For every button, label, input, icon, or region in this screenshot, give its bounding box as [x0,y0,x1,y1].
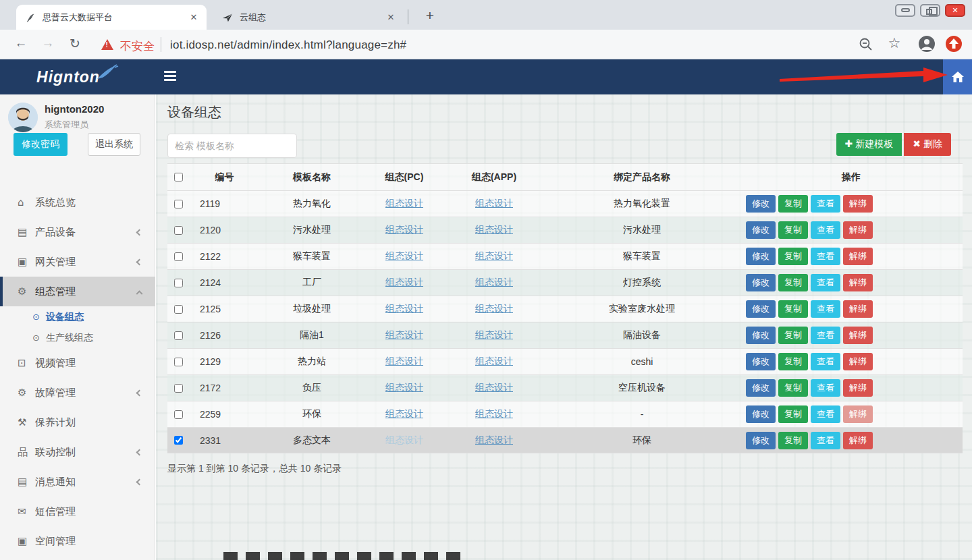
app-config-link[interactable]: 组态设计 [475,329,513,340]
new-template-button[interactable]: ✚新建模板 [836,133,902,156]
sidebar-item-0[interactable]: ⌂系统总览 [0,188,155,217]
sidebar-subitem-1[interactable]: ⊙生产线组态 [0,327,155,348]
pc-config-link[interactable]: 组态设计 [385,250,423,261]
menu-toggle-icon[interactable] [164,71,178,82]
sidebar-item-2[interactable]: ▣网关管理 [0,247,155,277]
edit-action-button[interactable]: 修改 [746,327,776,344]
edit-action-button[interactable]: 修改 [746,405,776,423]
tab-close-icon[interactable]: ✕ [385,12,397,22]
view-action-button[interactable]: 查看 [811,327,840,344]
reload-icon[interactable]: ↻ [66,36,84,51]
row-checkbox[interactable] [174,410,183,419]
app-config-link[interactable]: 组态设计 [475,408,513,419]
view-action-button[interactable]: 查看 [811,432,840,449]
unbind-action-button[interactable]: 解绑 [843,432,873,449]
delete-button[interactable]: ✖删除 [904,133,951,156]
url-text[interactable]: iot.idosp.net/admin/index.html?language=… [170,38,406,52]
search-input[interactable] [167,134,297,158]
app-config-link[interactable]: 组态设计 [475,198,513,208]
app-config-link[interactable]: 组态设计 [475,224,513,235]
view-action-button[interactable]: 查看 [811,248,840,265]
app-config-link[interactable]: 组态设计 [475,303,513,314]
view-action-button[interactable]: 查看 [811,195,840,213]
forward-icon[interactable]: → [39,36,57,51]
sidebar-item-7[interactable]: 品联动控制 [0,437,155,467]
profile-icon[interactable] [918,35,936,53]
row-checkbox[interactable] [174,200,183,208]
edit-action-button[interactable]: 修改 [746,274,776,291]
logout-button[interactable]: 退出系统 [88,133,140,156]
pc-config-link[interactable]: 组态设计 [385,356,423,366]
restore-button[interactable] [920,4,940,17]
sidebar-subitem-0[interactable]: ⊙设备组态 [0,306,155,327]
pc-config-link[interactable]: 组态设计 [385,198,423,208]
pc-config-link[interactable]: 组态设计 [385,435,423,445]
unbind-action-button[interactable]: 解绑 [843,274,873,291]
edit-action-button[interactable]: 修改 [746,379,776,397]
pc-config-link[interactable]: 组态设计 [385,382,423,393]
security-label[interactable]: 不安全 [120,38,155,54]
close-button[interactable]: ✕ [945,4,965,17]
edit-action-button[interactable]: 修改 [746,353,776,370]
app-config-link[interactable]: 组态设计 [475,250,513,261]
row-checkbox[interactable] [174,305,183,314]
sidebar-item-9[interactable]: ✉短信管理 [0,497,155,526]
app-config-link[interactable]: 组态设计 [475,356,513,366]
copy-action-button[interactable]: 复制 [778,327,808,344]
row-checkbox[interactable] [174,226,183,235]
row-checkbox[interactable] [174,252,183,261]
bigdata-home-button[interactable] [943,59,972,94]
row-checkbox[interactable] [174,358,183,366]
copy-action-button[interactable]: 复制 [778,300,808,318]
pc-config-link[interactable]: 组态设计 [385,303,423,314]
sidebar-item-1[interactable]: ▤产品设备 [0,217,155,247]
view-action-button[interactable]: 查看 [811,379,840,397]
copy-action-button[interactable]: 复制 [778,432,808,449]
extension-up-icon[interactable] [945,35,963,53]
sidebar-item-10[interactable]: ▣空间管理 [0,526,155,556]
sidebar-item-6[interactable]: ⚒保养计划 [0,408,155,437]
row-checkbox[interactable] [174,279,183,287]
edit-action-button[interactable]: 修改 [746,221,776,239]
view-action-button[interactable]: 查看 [811,300,840,318]
app-config-link[interactable]: 组态设计 [475,277,513,287]
unbind-action-button[interactable]: 解绑 [843,300,873,318]
view-action-button[interactable]: 查看 [811,353,840,370]
copy-action-button[interactable]: 复制 [778,353,808,370]
bookmark-star-icon[interactable]: ☆ [886,35,903,51]
copy-action-button[interactable]: 复制 [778,379,808,397]
row-checkbox[interactable] [174,331,183,340]
copy-action-button[interactable]: 复制 [778,221,808,239]
edit-action-button[interactable]: 修改 [746,248,776,265]
pc-config-link[interactable]: 组态设计 [385,224,423,235]
unbind-action-button[interactable]: 解绑 [843,195,873,213]
pc-config-link[interactable]: 组态设计 [385,408,423,419]
edit-action-button[interactable]: 修改 [746,432,776,449]
edit-action-button[interactable]: 修改 [746,300,776,318]
copy-action-button[interactable]: 复制 [778,248,808,265]
unbind-action-button[interactable]: 解绑 [843,405,873,423]
sidebar-item-5[interactable]: ⚙故障管理 [0,378,155,408]
app-config-link[interactable]: 组态设计 [475,382,513,393]
pc-config-link[interactable]: 组态设计 [385,277,423,287]
pc-config-link[interactable]: 组态设计 [385,329,423,340]
browser-tab-2[interactable]: 云组态 ✕ [213,5,404,30]
unbind-action-button[interactable]: 解绑 [843,379,873,397]
copy-action-button[interactable]: 复制 [778,405,808,423]
copy-action-button[interactable]: 复制 [778,195,808,213]
view-action-button[interactable]: 查看 [811,274,840,291]
unbind-action-button[interactable]: 解绑 [843,248,873,265]
row-checkbox[interactable] [174,436,183,445]
unbind-action-button[interactable]: 解绑 [843,327,873,344]
tab-close-icon[interactable]: ✕ [188,12,200,22]
view-action-button[interactable]: 查看 [811,221,840,239]
zoom-out-icon[interactable] [859,37,873,52]
sidebar-item-8[interactable]: ▤消息通知 [0,467,155,497]
view-action-button[interactable]: 查看 [811,405,840,423]
new-tab-button[interactable]: + [420,6,440,26]
select-all-checkbox[interactable] [174,173,183,181]
sidebar-item-4[interactable]: ⊡视频管理 [0,348,155,378]
app-config-link[interactable]: 组态设计 [475,435,513,445]
minimize-button[interactable] [895,4,915,17]
sidebar-item-3[interactable]: ⚙组态管理 [0,277,155,306]
